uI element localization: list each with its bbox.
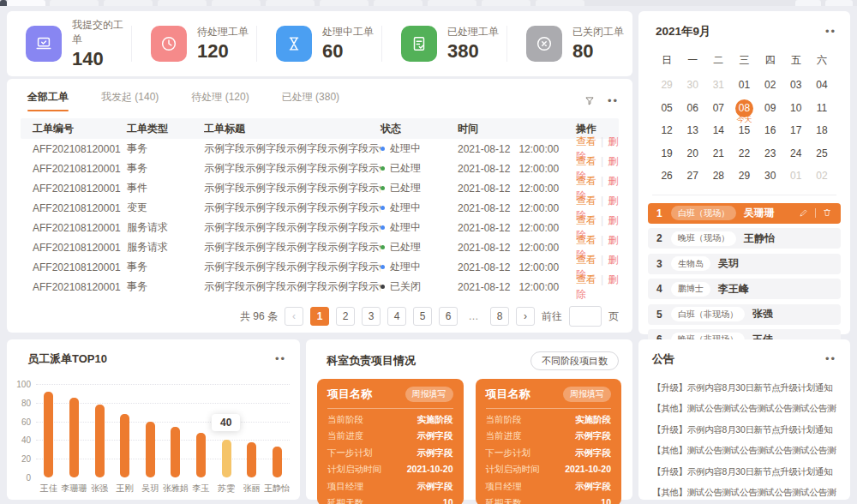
calendar-day[interactable]: 20	[680, 142, 705, 165]
calendar-day[interactable]: 04	[809, 74, 835, 97]
calendar-day[interactable]: 29	[654, 74, 680, 97]
notice-item[interactable]: 【其他】测试公告测试公告测试公告测试公告测试公告	[652, 403, 836, 415]
shift-row[interactable]: 4鹏博士李王峰	[648, 279, 841, 299]
page-button-8[interactable]: 8	[490, 307, 509, 326]
view-link[interactable]: 查看	[576, 135, 596, 147]
page-jump-input[interactable]	[569, 306, 602, 327]
tab-待处理 (120)[interactable]: 待处理 (120)	[191, 90, 249, 111]
project-card[interactable]: 项目名称周报填写当前阶段实施阶段当前进度示例字段下一步计划示例字段计划启动时间2…	[317, 379, 464, 504]
field-label: 延期天数	[327, 497, 363, 504]
calendar-day[interactable]: 27	[680, 165, 705, 188]
chart-bar[interactable]	[222, 440, 231, 477]
more-icon[interactable]: ••	[825, 357, 836, 362]
calendar-day[interactable]: 07	[705, 97, 731, 120]
calendar-day[interactable]: 05	[654, 97, 680, 120]
chart-bar[interactable]	[171, 427, 180, 477]
calendar-day[interactable]: 01	[783, 165, 809, 188]
stat-label: 我提交的工单	[72, 18, 132, 47]
calendar-day[interactable]: 09	[758, 97, 783, 120]
page-button-4[interactable]: 4	[387, 307, 406, 326]
calendar-day[interactable]: 23	[758, 142, 783, 165]
order-time: 2021-08-1212:00:00	[458, 163, 576, 175]
calendar-day[interactable]: 29	[731, 165, 757, 188]
view-link[interactable]: 查看	[576, 195, 596, 207]
order-type: 事务	[127, 279, 204, 294]
edit-icon[interactable]	[799, 206, 809, 221]
chart-bar[interactable]	[69, 398, 79, 477]
order-id: AFF202108120001	[21, 143, 127, 155]
view-link[interactable]: 查看	[576, 234, 596, 246]
calendar-day[interactable]: 03	[783, 74, 809, 97]
calendar-day[interactable]: 01	[731, 74, 757, 97]
page-button-2[interactable]: 2	[336, 307, 355, 326]
chart-bar[interactable]	[95, 405, 105, 477]
shift-row[interactable]: 1白班（现场）吴珊珊	[648, 203, 841, 224]
next-page-button[interactable]: ›	[516, 307, 535, 326]
chart-bar[interactable]	[273, 447, 282, 477]
calendar-day[interactable]: 18	[809, 119, 835, 142]
chart-bar[interactable]	[120, 414, 129, 477]
calendar-day[interactable]: 15	[731, 119, 757, 142]
calendar-day[interactable]: 30	[758, 165, 783, 188]
calendar-day[interactable]: 28	[705, 165, 731, 188]
calendar-day[interactable]: 02	[758, 74, 783, 97]
calendar-day[interactable]: 10	[783, 97, 809, 120]
page-button-1[interactable]: 1	[310, 307, 329, 326]
calendar-day[interactable]: 11	[809, 97, 835, 120]
view-link[interactable]: 查看	[576, 175, 596, 187]
tab-全部工单[interactable]: 全部工单	[27, 90, 69, 111]
shift-row[interactable]: 3生物岛吴玥	[648, 254, 841, 274]
more-icon[interactable]: ••	[825, 29, 836, 34]
calendar-day[interactable]: 08今天	[731, 97, 757, 120]
calendar-day[interactable]: 31	[705, 74, 731, 97]
chart-bar[interactable]	[196, 433, 206, 477]
notice-item[interactable]: 【升级】示例内容8月30日新节点升级计划通知	[652, 466, 836, 478]
calendar-day[interactable]: 12	[654, 119, 680, 142]
tab-已处理 (380)[interactable]: 已处理 (380)	[282, 90, 339, 111]
page-button-5[interactable]: 5	[413, 307, 432, 326]
notice-item[interactable]: 【升级】示例内容8月30日新节点升级计划通知	[652, 382, 836, 394]
calendar-day[interactable]: 14	[705, 119, 731, 142]
calendar-day[interactable]: 16	[758, 119, 783, 142]
shift-row[interactable]: 5白班（非现场）张强	[648, 304, 841, 325]
view-link[interactable]: 查看	[576, 214, 596, 226]
calendar-day[interactable]: 02	[809, 165, 835, 188]
chart-bar[interactable]	[146, 422, 155, 477]
stage-count-button[interactable]: 不同阶段项目数	[530, 351, 619, 370]
view-link[interactable]: 查看	[576, 273, 596, 285]
project-card[interactable]: 项目名称周报填写当前阶段实施阶段当前进度示例字段下一步计划示例字段计划启动时间2…	[476, 379, 622, 504]
more-icon[interactable]: ••	[608, 99, 619, 104]
notice-item[interactable]: 【其他】测试公告测试公告测试公告测试公告测试公告	[652, 445, 836, 457]
shift-row[interactable]: 2晚班（现场）王静怡	[648, 228, 841, 249]
weekday-label: 六	[809, 50, 835, 70]
view-link[interactable]: 查看	[576, 155, 596, 167]
order-id: AFF202108120001	[21, 202, 127, 214]
notice-item[interactable]: 【升级】示例内容8月30日新节点升级计划通知	[652, 424, 836, 436]
stat-value: 140	[72, 48, 132, 70]
project-field: 当前进度示例字段	[327, 430, 453, 442]
notice-item[interactable]: 【其他】测试公告测试公告测试公告测试公告测试公告	[652, 487, 836, 499]
view-link[interactable]: 查看	[576, 254, 596, 266]
order-time: 2021-08-1212:00:00	[458, 222, 576, 234]
page-button-3[interactable]: 3	[362, 307, 381, 326]
calendar-day[interactable]: 19	[654, 142, 680, 165]
calendar-day[interactable]: 06	[680, 97, 705, 120]
chart-bar[interactable]	[44, 392, 53, 477]
calendar-day[interactable]: 13	[680, 119, 705, 142]
calendar-day[interactable]: 30	[680, 74, 705, 97]
page-button-6[interactable]: 6	[439, 307, 458, 326]
calendar-day[interactable]: 21	[705, 142, 731, 165]
calendar-day[interactable]: 17	[783, 119, 809, 142]
calendar-day[interactable]: 24	[783, 142, 809, 165]
filter-icon[interactable]	[584, 95, 596, 107]
status-dot-icon	[381, 206, 385, 210]
trash-icon[interactable]	[822, 206, 832, 221]
calendar-day[interactable]: 26	[654, 165, 680, 188]
calendar-day[interactable]: 22	[731, 142, 757, 165]
prev-page-button[interactable]: ‹	[285, 307, 303, 326]
column-header: 工单标题	[204, 122, 381, 136]
tab-我发起 (140)[interactable]: 我发起 (140)	[101, 90, 159, 111]
project-field: 下一步计划示例字段	[327, 447, 453, 459]
calendar-day[interactable]: 25	[809, 142, 835, 165]
chart-bar[interactable]	[247, 442, 256, 477]
